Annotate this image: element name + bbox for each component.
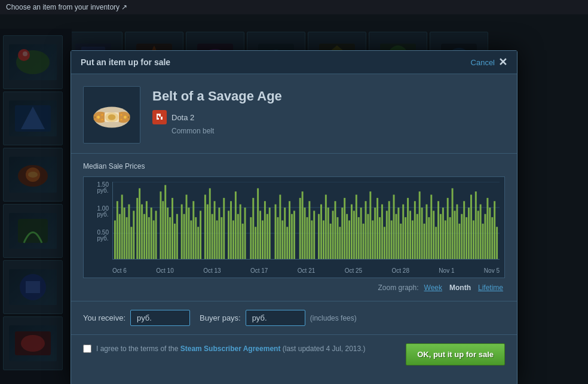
svg-rect-154 [391, 221, 393, 260]
svg-rect-168 [424, 224, 425, 259]
svg-rect-151 [384, 227, 385, 259]
item-details: Belt of a Savage Age [152, 86, 505, 135]
receive-label: You receive: [83, 313, 125, 322]
zoom-label: Zoom graph: [378, 284, 418, 292]
agreement-checkbox[interactable] [83, 345, 91, 353]
x-label-oct21: Oct 21 [298, 267, 315, 274]
svg-rect-179 [449, 217, 451, 259]
buyer-input[interactable] [246, 310, 305, 326]
svg-rect-89 [223, 198, 225, 259]
svg-rect-49 [121, 195, 123, 260]
svg-rect-143 [365, 201, 367, 259]
svg-rect-104 [264, 201, 266, 259]
svg-rect-163 [412, 221, 414, 260]
svg-rect-196 [489, 208, 491, 259]
close-icon: ✕ [498, 57, 507, 68]
inventory-background: Put an item up for sale Cancel ✕ [0, 14, 588, 384]
includes-fees-label: (includes fees) [310, 314, 357, 322]
svg-rect-146 [372, 221, 373, 260]
svg-rect-111 [284, 208, 286, 259]
modal-overlay: Put an item up for sale Cancel ✕ [0, 14, 588, 384]
svg-rect-186 [466, 217, 467, 259]
svg-rect-191 [477, 211, 479, 259]
svg-rect-176 [442, 208, 444, 259]
zoom-week-button[interactable]: Week [422, 283, 444, 292]
svg-rect-69 [172, 198, 173, 259]
svg-rect-101 [257, 188, 259, 259]
svg-rect-138 [353, 211, 355, 259]
svg-rect-171 [430, 195, 432, 260]
chart-section: Median Sale Prices 1.50 руб. 1.00 руб. [71, 154, 517, 301]
svg-rect-136 [348, 221, 350, 260]
zoom-month-button[interactable]: Month [448, 283, 473, 292]
agreement-date-suffix: (last updated 4 Jul, 2013.) [283, 345, 366, 353]
svg-rect-51 [126, 217, 128, 259]
x-label-oct13: Oct 13 [203, 267, 220, 274]
agreement-link[interactable]: Steam Subscriber Agreement [180, 345, 283, 353]
svg-rect-141 [360, 208, 362, 259]
svg-rect-184 [461, 214, 463, 259]
inventory-link[interactable]: Choose an item from your inventory ↗ [6, 3, 127, 11]
x-label-nov5: Nov 5 [484, 267, 500, 274]
x-label-oct17: Oct 17 [250, 267, 268, 274]
svg-rect-122 [313, 211, 315, 259]
svg-rect-142 [363, 224, 365, 259]
svg-rect-57 [141, 205, 143, 259]
svg-rect-175 [440, 214, 442, 259]
svg-rect-54 [133, 211, 134, 259]
buyer-price-group: Buyer pays: (includes fees) [200, 310, 357, 326]
svg-rect-56 [139, 188, 140, 259]
svg-rect-188 [470, 195, 472, 260]
svg-rect-53 [130, 227, 132, 259]
game-name: Dota 2 [172, 113, 194, 122]
svg-rect-75 [188, 208, 189, 259]
dota2-logo [154, 111, 166, 123]
svg-rect-59 [146, 201, 148, 259]
svg-rect-72 [181, 205, 183, 259]
svg-rect-185 [463, 201, 465, 259]
svg-rect-190 [475, 191, 477, 259]
svg-rect-77 [192, 201, 194, 259]
svg-rect-194 [485, 214, 486, 259]
chart-title: Median Sale Prices [83, 162, 505, 170]
svg-rect-144 [367, 214, 369, 259]
zoom-controls: Zoom graph: Week Month Lifetime [83, 278, 505, 295]
svg-point-40 [120, 118, 122, 120]
svg-rect-117 [302, 191, 304, 259]
x-label-oct28: Oct 28 [392, 267, 409, 274]
svg-rect-153 [388, 201, 390, 259]
svg-rect-50 [124, 208, 125, 259]
svg-rect-58 [143, 214, 145, 259]
svg-rect-100 [255, 227, 256, 259]
svg-rect-97 [244, 208, 246, 259]
svg-rect-120 [308, 201, 310, 259]
svg-rect-113 [289, 201, 290, 259]
svg-rect-148 [376, 198, 378, 259]
receive-input[interactable] [130, 310, 190, 326]
svg-rect-106 [269, 208, 271, 259]
receive-price-group: You receive: [83, 310, 190, 326]
svg-rect-115 [293, 211, 295, 259]
zoom-lifetime-button[interactable]: Lifetime [476, 283, 505, 292]
svg-rect-128 [330, 224, 332, 259]
item-info-section: Belt of a Savage Age [71, 74, 517, 154]
svg-rect-103 [262, 221, 264, 260]
svg-rect-189 [473, 221, 474, 260]
svg-rect-114 [291, 214, 293, 259]
svg-rect-126 [325, 195, 327, 260]
svg-rect-134 [344, 198, 345, 259]
svg-rect-47 [117, 201, 118, 259]
svg-rect-132 [339, 227, 341, 259]
svg-rect-82 [207, 205, 209, 259]
svg-rect-162 [409, 211, 411, 259]
svg-rect-174 [437, 201, 439, 259]
svg-rect-86 [216, 221, 218, 260]
sell-button[interactable]: OK, put it up for sale [406, 343, 505, 365]
svg-rect-123 [318, 214, 320, 259]
svg-rect-167 [421, 208, 423, 259]
svg-rect-78 [195, 217, 197, 259]
svg-rect-180 [452, 188, 454, 259]
svg-rect-88 [220, 217, 222, 259]
modal-close-button[interactable]: Cancel ✕ [471, 57, 507, 68]
dota-icon [152, 110, 167, 124]
